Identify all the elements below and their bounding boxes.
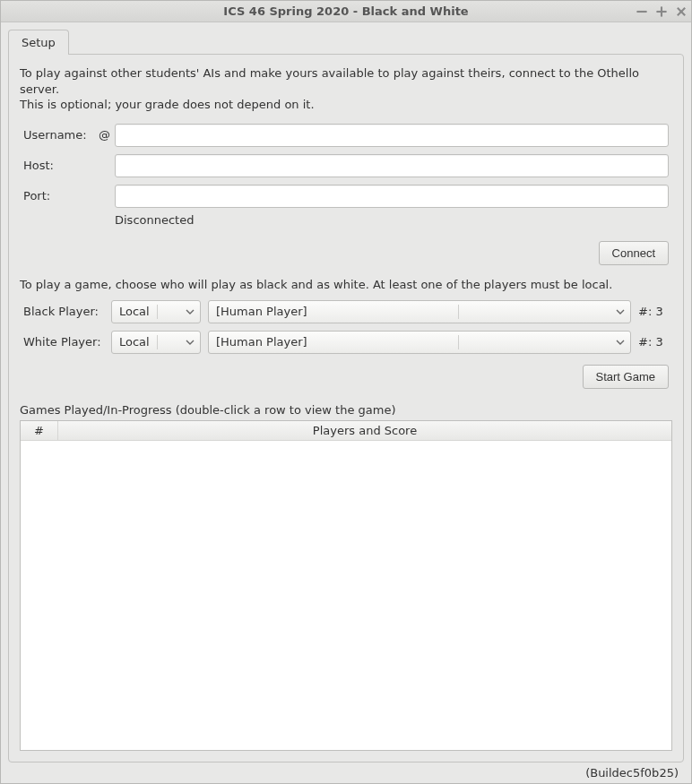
connect-button[interactable]: Connect [599,241,669,265]
connection-status: Disconnected [115,213,669,227]
build-bar: (Build ec5f0b25) [8,762,684,780]
port-label: Port: [23,189,95,202]
intro-text: To play against other students' AIs and … [20,65,672,113]
intro-line1: To play against other students' AIs and … [20,66,639,96]
close-icon[interactable] [675,5,688,18]
connect-row: Connect [23,241,669,265]
white-hash: #: 3 [638,335,669,349]
black-player-value: [Human Player] [216,305,307,318]
username-label: Username: [23,128,95,142]
players-grid: Black Player: Local [Human Player] #: 3 … [23,300,669,354]
start-row: Start Game [23,365,669,389]
host-label: Host: [23,159,95,172]
maximize-icon[interactable] [655,5,668,18]
chevron-down-icon [186,309,195,314]
black-scope-select[interactable]: Local [111,300,201,323]
black-hash: #: 3 [638,305,669,318]
chevron-down-icon [186,340,195,345]
play-instructions: To play a game, choose who will play as … [20,278,672,291]
white-scope-select[interactable]: Local [111,331,201,354]
host-input[interactable] [115,154,669,177]
col-players-score[interactable]: Players and Score [58,421,671,440]
games-label: Games Played/In-Progress (double-click a… [20,403,672,417]
build-prefix: (Build [585,766,619,780]
build-id: ec5f0b25 [619,766,674,780]
black-player-select[interactable]: [Human Player] [208,300,631,323]
white-player-value: [Human Player] [216,335,307,349]
minimize-icon[interactable] [636,5,648,18]
username-at-prefix: @ [99,128,111,142]
username-input[interactable] [115,124,669,147]
black-hash-value: 3 [655,305,662,318]
games-header: # Players and Score [21,421,671,441]
chevron-down-icon [616,340,625,345]
connection-form: Username: @ Host: Port: Disconnected [23,124,669,227]
black-player-label: Black Player: [23,305,104,318]
tab-setup[interactable]: Setup [8,30,69,55]
col-number[interactable]: # [21,421,58,440]
games-body[interactable] [21,441,671,750]
client-area: Setup To play against other students' AI… [1,22,691,783]
chevron-down-icon [616,309,625,314]
white-player-label: White Player: [23,335,104,349]
white-hash-label: #: [638,335,652,349]
titlebar: ICS 46 Spring 2020 - Black and White [1,1,691,22]
tab-panel-setup: To play against other students' AIs and … [8,54,684,762]
white-player-select[interactable]: [Human Player] [208,331,631,354]
intro-line2: This is optional; your grade does not de… [20,98,315,111]
port-input[interactable] [115,185,669,208]
window-controls [636,1,688,22]
app-window: ICS 46 Spring 2020 - Black and White Set… [0,0,692,784]
tab-bar: Setup [8,30,684,54]
start-game-button[interactable]: Start Game [583,365,669,389]
window-title: ICS 46 Spring 2020 - Black and White [6,4,686,18]
black-scope-value: Local [119,305,150,318]
black-hash-label: #: [638,305,652,318]
games-table[interactable]: # Players and Score [20,420,672,751]
white-scope-value: Local [119,335,150,349]
white-hash-value: 3 [655,335,662,349]
build-suffix: ) [674,766,679,780]
